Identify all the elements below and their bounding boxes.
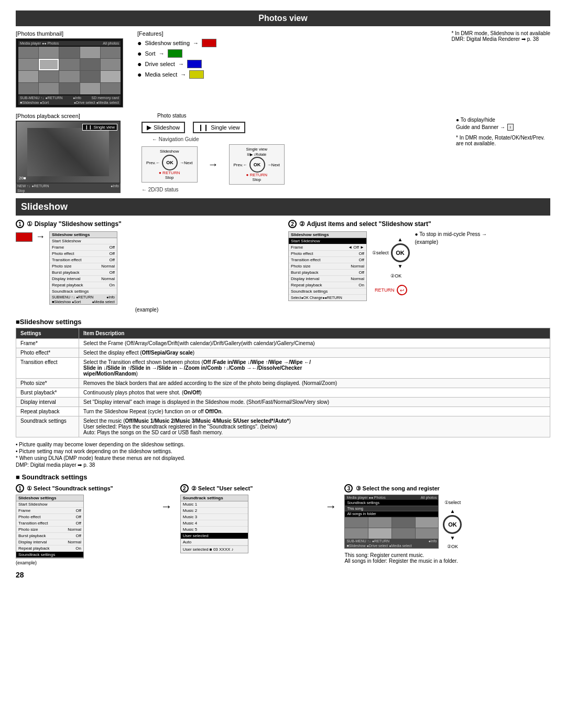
red-btn-step1[interactable] (16, 232, 32, 242)
note-2: * When using DLNA (DMP mode) feature the… (16, 455, 550, 461)
desc-transition: Select the Transition effect shown betwe… (79, 358, 550, 379)
step2-title: 2 ② Adjust items and select "Slideshow s… (288, 220, 550, 228)
slideshow-status-box[interactable]: ▶ Slideshow (142, 122, 185, 133)
st-mini-frame: FrameOff (16, 508, 83, 514)
select-row: ①select ▲ OK ▼ (372, 237, 410, 269)
setting-soundtrack: Soundtrack settings (16, 416, 79, 437)
circle-2: 2 (288, 220, 297, 228)
step1-arrow-row: → (16, 231, 45, 242)
blue-button[interactable] (187, 60, 202, 68)
music-thumbnail-area: Media player ●● PhotosAll photos Soundtr… (344, 495, 439, 549)
notes-section: • Picture quality may become lower depen… (16, 442, 550, 468)
yellow-button[interactable] (189, 70, 204, 79)
return-button[interactable]: ↩ (397, 285, 407, 295)
ok-label: ②OK (390, 273, 401, 279)
user-selected-footer: User selected ■ 03 XXXX ♪ (181, 545, 248, 553)
step3-note1: This song: Register current music. (344, 552, 550, 558)
mini-row-soundtrack: Soundtrack settings (50, 288, 117, 295)
to-display-hide: ● To display/hide (456, 117, 550, 123)
step3-note2: All songs in folder: Register the music … (344, 558, 550, 564)
step1-example: (example) (16, 307, 278, 313)
mini-screen2-header: Slideshow settings (289, 232, 366, 238)
bullet-icon: ● (137, 70, 142, 79)
mini-row2-display: Display intervalNormal (289, 276, 366, 282)
soundtrack-section: ■ Soundtrack settings 1 ① Select "Soundt… (16, 473, 550, 565)
to-stop-label: ● To stop in mid-cycle Press → (415, 231, 487, 237)
arrow-icon: → (159, 50, 165, 57)
playlist-music2: Music 2 (181, 508, 248, 514)
col-description: Item Description (79, 328, 550, 339)
step1-title: 1 ① Display "Slideshow settings" (16, 220, 278, 228)
table-row: Display interval Set "Display interval" … (16, 398, 550, 407)
soundtrack-step1-text: ① Select "Soundtrack settings" (27, 485, 113, 491)
st-mini-start: Start Slideshow (16, 501, 83, 508)
ok-circle-2[interactable]: OK (249, 157, 265, 173)
setting-frame: Frame* (16, 339, 79, 348)
st3-nav: ▲ OK ▼ (443, 508, 462, 541)
soundtrack-arrow1: → (161, 500, 172, 513)
soundtrack-arrow2: → (325, 500, 336, 513)
red-button[interactable] (202, 39, 216, 47)
single-view-nav-box: Single view II/▶ ↕Rotate Prev.← OK →Next… (229, 144, 285, 185)
playback-info: 20■ (19, 176, 26, 180)
setting-burst: Burst playback* (16, 388, 79, 398)
mini-row-display-interval: Display intervalNormal (50, 276, 117, 282)
soundtrack-step1-title: 1 ① Select "Soundtrack settings" (16, 484, 153, 493)
soundtrack-steps: 1 ① Select "Soundtrack settings" Slidesh… (16, 484, 550, 565)
desc-soundtrack: Select the music (Off/Music 1/Music 2/Mu… (79, 416, 550, 437)
single-view-overlay: ❙❙ Single view (82, 124, 117, 131)
mini-screen-header: Slideshow settings (50, 232, 117, 238)
nav-diagram: Slideshow Prev.← OK →Next ● RETURN Stop … (142, 144, 445, 185)
mini-row-transition: Transition effectOff (50, 257, 117, 263)
settings-title: ■Slideshow settings (16, 318, 550, 326)
playback-footer: NEW ↑↓ ●RETURN●Info (16, 184, 121, 188)
st-footer: SUB-MENU ↑↓ ●RETURN●Info (345, 539, 438, 543)
st-mini-header: Slideshow settings (16, 495, 83, 501)
st3-ok-btn[interactable]: OK (443, 515, 462, 534)
st-mini-effect: Photo effectOff (16, 514, 83, 520)
feature-slideshow-setting: ● Slideshow setting → (137, 39, 440, 47)
mini-row2-start: Start Slideshow (289, 238, 366, 244)
sort-text: Sort (145, 50, 155, 57)
green-button[interactable] (168, 49, 182, 58)
photo-status-row: Photo status (142, 113, 445, 119)
nav-guide-text: Navigation Guide (159, 136, 199, 142)
mini-row2-repeat: Repeat playbackOn (289, 282, 366, 288)
step3-notes: This song: Register current music. All s… (344, 552, 550, 564)
ok-button[interactable]: OK (391, 243, 410, 262)
mini-footer2: ■Slideshow ●Sort●Media select (50, 299, 117, 304)
step2-title-text: ② Adjust items and select "Slideshow sta… (299, 220, 431, 228)
bullet-icon: ● (137, 49, 142, 58)
playback-screen: ❙❙ Single view 20■ (16, 121, 121, 184)
st-overlay-header: Soundtrack settings (345, 500, 438, 506)
guide-banner-row: Guide and Banner → i (456, 124, 550, 131)
soundtrack-step3-text: ③ Select the song and register (356, 485, 440, 491)
center-nav: Photo status ▶ Slideshow ❙❙ Single view … (142, 113, 445, 192)
settings-table: Settings Item Description Frame* Select … (16, 328, 550, 437)
playback-label: [Photos playback screen] (16, 113, 131, 119)
single-view-status-box[interactable]: ❙❙ Single view (193, 122, 245, 133)
step1-box: 1 ① Display "Slideshow settings" → Slide… (16, 220, 278, 313)
nav-arrow: → (208, 158, 219, 170)
features-label: [Features] (137, 30, 440, 37)
circle-st1: 1 (16, 484, 24, 493)
mini-row2-photo-size: Photo sizeNormal (289, 263, 366, 270)
playback-left: [Photos playback screen] ❙❙ Single view … (16, 113, 131, 193)
ok-circle[interactable]: OK (162, 155, 178, 170)
nav-guide-label: ← Navigation Guide (152, 136, 445, 142)
table-row: Repeat playback Turn the Slideshow Repea… (16, 407, 550, 416)
st-overlay-all-songs: All songs in folder (345, 511, 438, 516)
mini-row2-frame: Frame◄ Off ► (289, 244, 366, 251)
mini-row2-transition: Transition effectOff (289, 257, 366, 263)
mini-row-repeat: Repeat playbackOn (50, 282, 117, 288)
nav-arrows: ▲ OK ▼ (391, 237, 410, 269)
soundtrack-title: ■ Soundtrack settings (16, 473, 550, 481)
info-button[interactable]: i (507, 124, 514, 131)
thumbnail-label: [Photos thumbnail] (16, 30, 131, 37)
select-label: ①select (372, 250, 389, 255)
arrow-icon: → (193, 40, 199, 46)
playlist-header: Soundtrack settings (181, 495, 248, 501)
soundtrack-step2-title: 2 ② Select "User select" (180, 484, 318, 493)
playlist-music1: Music 1 (181, 501, 248, 508)
playlist-music4: Music 4 (181, 520, 248, 527)
